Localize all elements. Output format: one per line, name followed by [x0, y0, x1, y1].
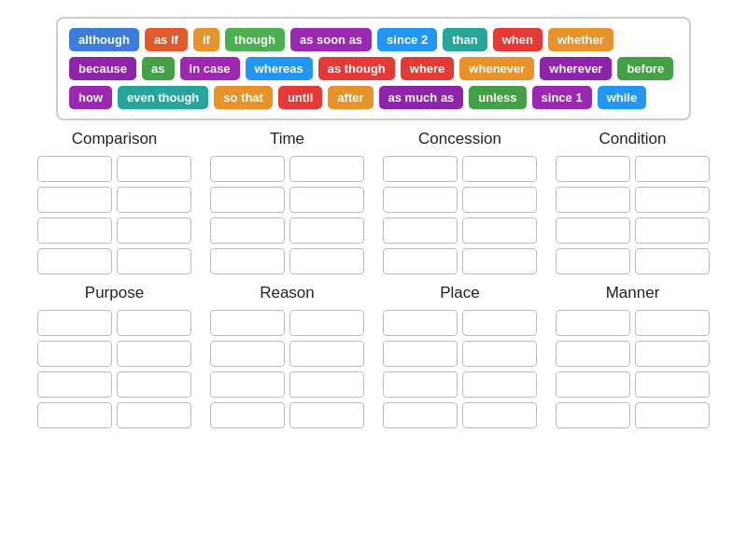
drop-slot[interactable] — [289, 248, 364, 274]
drop-slot[interactable] — [117, 341, 191, 367]
word-chip-wherever[interactable]: wherever — [540, 57, 612, 80]
word-chip-as-if[interactable]: as if — [145, 28, 188, 51]
drop-slots — [37, 156, 191, 274]
word-chip-while[interactable]: while — [598, 86, 647, 109]
word-chip-even-though[interactable]: even though — [118, 86, 208, 109]
drop-slot[interactable] — [37, 371, 112, 398]
drop-slot[interactable] — [462, 217, 537, 244]
drop-slot[interactable] — [556, 310, 630, 336]
drop-slot[interactable] — [383, 402, 458, 428]
word-chip-than[interactable]: than — [443, 28, 486, 51]
category-block-reason: Reason — [201, 284, 374, 438]
drop-slot[interactable] — [383, 156, 458, 182]
word-chip-before[interactable]: before — [617, 57, 673, 80]
drop-slot[interactable] — [383, 187, 458, 213]
drop-slot[interactable] — [289, 402, 364, 428]
drop-slot[interactable] — [635, 310, 710, 336]
drop-slot[interactable] — [462, 371, 537, 398]
drop-slot[interactable] — [117, 156, 191, 182]
drop-slot[interactable] — [37, 310, 112, 336]
drop-slot[interactable] — [37, 187, 112, 213]
drop-slot[interactable] — [37, 341, 112, 367]
word-chip-if[interactable]: if — [193, 28, 219, 51]
word-chip-until[interactable]: until — [278, 86, 322, 109]
drop-slot[interactable] — [556, 217, 630, 244]
word-chip-when[interactable]: when — [493, 28, 543, 51]
word-chip-where[interactable]: where — [401, 57, 455, 80]
drop-slot[interactable] — [462, 248, 537, 274]
drop-slot[interactable] — [289, 371, 364, 398]
word-chip-as-soon-as[interactable]: as soon as — [290, 28, 372, 51]
word-chip-so-that[interactable]: so that — [214, 86, 273, 109]
word-chip-after[interactable]: after — [328, 86, 373, 109]
drop-slot[interactable] — [210, 187, 285, 213]
drop-slot[interactable] — [556, 248, 630, 274]
word-chip-as[interactable]: as — [142, 57, 174, 80]
drop-slots — [383, 310, 537, 428]
drop-slot[interactable] — [462, 156, 537, 182]
drop-slot[interactable] — [635, 187, 710, 213]
drop-slot[interactable] — [117, 248, 191, 274]
word-chip-as-though[interactable]: as though — [318, 57, 395, 80]
drop-slot[interactable] — [289, 187, 364, 213]
drop-slot[interactable] — [462, 341, 537, 367]
drop-slot[interactable] — [210, 402, 285, 428]
word-chip-since-2[interactable]: since 2 — [377, 28, 437, 51]
word-chip-whether[interactable]: whether — [548, 28, 613, 51]
drop-slot[interactable] — [289, 341, 364, 367]
drop-slot[interactable] — [635, 371, 710, 398]
drop-slot[interactable] — [556, 371, 630, 398]
drop-slot[interactable] — [210, 156, 285, 182]
word-chip-since-1[interactable]: since 1 — [532, 86, 592, 109]
drop-slot[interactable] — [37, 156, 112, 182]
drop-slot[interactable] — [383, 341, 458, 367]
word-chip-whereas[interactable]: whereas — [246, 57, 313, 80]
drop-slot[interactable] — [556, 341, 630, 367]
word-chip-whenever[interactable]: whenever — [459, 57, 534, 80]
drop-slot[interactable] — [37, 402, 112, 428]
drop-slot[interactable] — [289, 156, 364, 182]
drop-slot[interactable] — [383, 310, 458, 336]
drop-slot[interactable] — [462, 402, 537, 428]
drop-slot[interactable] — [556, 187, 630, 213]
drop-slot[interactable] — [117, 402, 191, 428]
word-chip-in-case[interactable]: in case — [180, 57, 240, 80]
drop-slot[interactable] — [117, 187, 191, 213]
drop-slot[interactable] — [117, 217, 191, 244]
category-title: Place — [383, 284, 537, 302]
drop-slot[interactable] — [210, 248, 285, 274]
category-title: Condition — [556, 130, 710, 148]
drop-slot[interactable] — [210, 217, 285, 244]
drop-slot[interactable] — [289, 217, 364, 244]
category-title: Time — [210, 130, 364, 148]
drop-slot[interactable] — [462, 187, 537, 213]
drop-slot[interactable] — [37, 217, 112, 244]
drop-slot[interactable] — [117, 371, 191, 398]
word-chip-unless[interactable]: unless — [469, 86, 526, 109]
drop-slot[interactable] — [556, 402, 630, 428]
drop-slot[interactable] — [462, 310, 537, 336]
category-title: Reason — [210, 284, 364, 302]
drop-slot[interactable] — [37, 248, 112, 274]
drop-slot[interactable] — [556, 156, 630, 182]
drop-slot[interactable] — [635, 341, 710, 367]
word-chip-as-much-as[interactable]: as much as — [379, 86, 464, 109]
drop-slot[interactable] — [210, 341, 285, 367]
category-block-time: Time — [201, 130, 374, 284]
drop-slot[interactable] — [635, 156, 710, 182]
drop-slot[interactable] — [210, 310, 285, 336]
drop-slot[interactable] — [383, 248, 458, 274]
drop-slot[interactable] — [635, 248, 710, 274]
drop-slot[interactable] — [289, 310, 364, 336]
word-chip-though[interactable]: though — [225, 28, 285, 51]
drop-slot[interactable] — [383, 371, 458, 398]
drop-slot[interactable] — [635, 402, 710, 428]
drop-slot[interactable] — [635, 217, 710, 244]
category-title: Concession — [383, 130, 537, 148]
word-chip-because[interactable]: because — [69, 57, 136, 80]
drop-slot[interactable] — [383, 217, 458, 244]
drop-slot[interactable] — [210, 371, 285, 398]
word-chip-although[interactable]: although — [69, 28, 139, 51]
word-chip-how[interactable]: how — [69, 86, 112, 109]
drop-slot[interactable] — [117, 310, 191, 336]
